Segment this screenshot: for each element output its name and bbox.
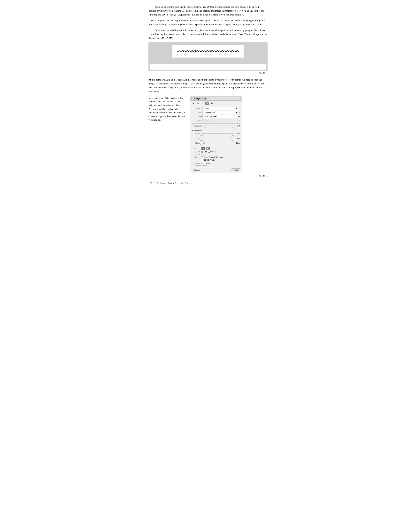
preset-menu-icon[interactable]: ≡	[239, 107, 240, 109]
fills-label: Fills	[204, 151, 207, 153]
threshold-track[interactable]	[203, 125, 235, 126]
paths-low: Low	[200, 135, 203, 137]
fig-215-caption: Fig. 5.215	[148, 71, 268, 75]
stroke-value: ⊏ 1 px ⊐	[201, 153, 209, 156]
snap-curves-label: Snap Curves To Lines	[203, 156, 223, 159]
panel-title-bar: × Image Trace	[191, 97, 207, 100]
options-section: Options: Snap Curves To Lines Ignore Whi…	[190, 156, 242, 162]
noise-row: Noise: 16 px	[190, 142, 242, 144]
bw-icon[interactable]: ◧	[210, 102, 213, 105]
corners-minmax: Less More	[190, 140, 242, 141]
left-col-text: Make sure Ignore White is checked so tha…	[148, 96, 186, 122]
noise-track[interactable]	[202, 143, 234, 143]
ignore-white-checkbox[interactable]	[201, 159, 203, 161]
strokes-checkbox-item[interactable]: Strokes	[208, 151, 216, 153]
noise-min: 1	[200, 144, 201, 146]
image-trace-panel: × Image Trace « ✦ ✤ ⊞ ■ ◧ ⬡ Preset: Cust…	[190, 96, 242, 173]
corners-track[interactable]	[202, 138, 234, 138]
options-checks: Snap Curves To Lines Ignore White	[201, 156, 223, 162]
view-select[interactable]: Tracing Result	[203, 111, 238, 114]
paths-minmax: Low High	[190, 135, 242, 137]
left-column: Make sure Ignore White is checked so tha…	[148, 96, 186, 173]
advanced-toggle[interactable]: Advanced	[190, 129, 242, 132]
corners-more: More	[232, 140, 235, 141]
info-row: i Paths: 1 Colors: 1 Anchors: 1474	[190, 162, 242, 167]
info-text: Paths: 1 Colors: 1 Anchors: 1474	[195, 162, 213, 167]
collapse-icon[interactable]: «	[240, 97, 241, 99]
noise-max: 100	[233, 144, 235, 146]
info-paths: Paths: 1 Colors: 1	[195, 162, 213, 164]
view-eye-icon[interactable]: ◎	[239, 111, 240, 114]
method-row: Method: ◙ ◙	[190, 146, 242, 150]
noise-thumb[interactable]	[203, 142, 205, 144]
palette-select: Limited	[203, 119, 240, 123]
paths-thumb[interactable]	[230, 133, 232, 134]
preview-check: Preview	[192, 169, 201, 171]
panel-title: Image Trace	[193, 97, 207, 100]
panel-header: × Image Trace «	[190, 96, 242, 101]
corners-label: Corners:	[192, 137, 201, 139]
high-color-icon[interactable]: ✤	[196, 102, 200, 105]
view-label: View:	[192, 112, 202, 114]
icon-row: ✦ ✤ ⊞ ■ ◧ ⬡	[190, 101, 242, 106]
figure-215	[148, 42, 268, 71]
preset-select[interactable]: Custom	[203, 107, 238, 110]
panel-area: × Image Trace « ✦ ✤ ⊞ ■ ◧ ⬡ Preset: Cust…	[190, 96, 242, 173]
paragraph-3: Open a new Adobe Illustrator document an…	[148, 28, 268, 40]
fills-checkbox-item[interactable]: Fills	[202, 151, 207, 153]
stroke-row: Stroke: ⊏ 1 px ⊐	[190, 153, 242, 156]
threshold-more: More	[231, 127, 234, 129]
silhouette-icon[interactable]: ⬡	[214, 102, 218, 105]
preset-label: Preset:	[192, 107, 202, 109]
paragraph-2: There is no point in trying to provide y…	[148, 19, 268, 26]
close-icon[interactable]: ×	[191, 97, 192, 99]
page-number: 140	[148, 182, 152, 184]
info-anchors: Anchors: 1474	[195, 165, 213, 167]
preview-label: Preview	[194, 169, 201, 171]
snap-curves-row: Snap Curves To Lines	[201, 156, 223, 159]
trace-button[interactable]: Trace	[232, 168, 240, 171]
paragraph-1: Next, you'll want to scan the the source…	[148, 5, 268, 17]
footer-subtitle: The Essential Guide to Comic Book Letter…	[156, 182, 192, 184]
footer-separator: •	[154, 182, 155, 185]
corners-thumb[interactable]	[230, 137, 232, 139]
info-icon: i	[192, 163, 194, 165]
threshold-less: Less	[203, 127, 206, 129]
create-label: Create:	[192, 151, 201, 153]
strokes-checkbox[interactable]	[208, 151, 210, 152]
noise-label: Noise:	[192, 142, 201, 144]
artboard-indicator	[150, 64, 266, 70]
threshold-label: Threshold:	[192, 125, 202, 127]
fills-checkbox[interactable]	[202, 151, 203, 152]
method-icon-1[interactable]: ◙	[202, 147, 205, 150]
mode-label: Mode:	[192, 116, 202, 118]
snap-curves-checkbox[interactable]	[201, 156, 203, 158]
strokes-label: Strokes	[210, 151, 216, 153]
scan-image-inner	[172, 45, 244, 58]
palette-row: Palette: Limited	[190, 119, 242, 123]
brush-stroke	[177, 49, 239, 53]
paths-label: Paths:	[192, 133, 201, 134]
paths-high: High	[232, 135, 235, 137]
palette-label: Palette:	[192, 120, 202, 122]
paths-value: 97%	[235, 133, 240, 134]
paths-track[interactable]	[202, 133, 234, 134]
corners-value: 98%	[235, 137, 240, 139]
preview-checkbox[interactable]	[192, 169, 193, 171]
ignore-white-row: Ignore White	[201, 159, 223, 161]
threshold-row: Threshold: 149	[192, 125, 240, 127]
method-icon-2[interactable]: ◙	[206, 147, 210, 150]
page-footer: 140 • The Essential Guide to Comic Book …	[148, 182, 268, 185]
grayscale-icon[interactable]: ■	[205, 102, 209, 105]
mode-select[interactable]: Black and White	[203, 115, 240, 118]
low-color-icon[interactable]: ⊞	[201, 102, 204, 105]
auto-color-icon[interactable]: ✦	[192, 102, 195, 105]
paths-row: Paths: 97%	[190, 132, 242, 135]
preset-row: Preset: Custom ≡	[190, 106, 242, 110]
method-label: Method:	[192, 147, 201, 149]
create-row: Create: Fills Strokes	[190, 150, 242, 153]
fig-216-caption: Fig. 5.216	[148, 174, 268, 178]
threshold-thumb[interactable]	[221, 125, 222, 127]
ignore-white-label: Ignore White	[203, 159, 215, 161]
threshold-minmax: Less More	[192, 127, 240, 129]
